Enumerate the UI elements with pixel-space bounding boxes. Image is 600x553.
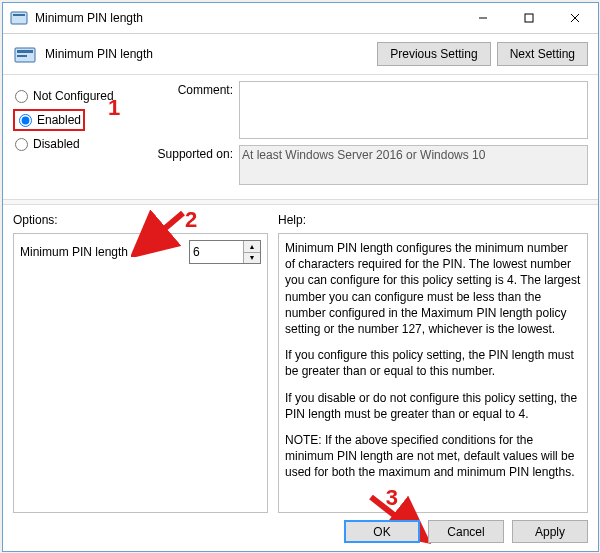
spinner-up-button[interactable]: ▲: [244, 241, 260, 253]
minimize-button[interactable]: [460, 3, 506, 33]
app-icon: [9, 8, 29, 28]
options-panel: Minimum PIN length ▲ ▼: [13, 233, 268, 513]
annotation-number-2: 2: [185, 207, 197, 233]
comment-textarea[interactable]: [239, 81, 588, 139]
min-pin-length-spinner[interactable]: ▲ ▼: [189, 240, 261, 264]
spinner-down-button[interactable]: ▼: [244, 253, 260, 264]
svg-rect-7: [17, 50, 33, 53]
supported-on-text: [239, 145, 588, 185]
options-label: Options:: [13, 213, 268, 227]
dialog-window: Minimum PIN length Minimum PIN length Pr…: [2, 2, 599, 552]
help-paragraph-2: If you configure this policy setting, th…: [285, 347, 581, 379]
titlebar[interactable]: Minimum PIN length: [3, 3, 598, 34]
comment-label: Comment:: [143, 81, 239, 97]
header-row: Minimum PIN length Previous Setting Next…: [3, 34, 598, 75]
cancel-button[interactable]: Cancel: [428, 520, 504, 543]
policy-title: Minimum PIN length: [45, 47, 371, 61]
help-panel[interactable]: Minimum PIN length configures the minimu…: [278, 233, 588, 513]
annotation-number-3: 3: [386, 485, 398, 511]
annotation-highlight-1: Enabled: [13, 109, 85, 131]
min-pin-length-label: Minimum PIN length: [20, 245, 189, 259]
next-setting-button[interactable]: Next Setting: [497, 42, 588, 66]
splitter[interactable]: [3, 199, 598, 205]
close-button[interactable]: [552, 3, 598, 33]
policy-icon: [13, 42, 37, 66]
ok-button[interactable]: OK: [344, 520, 420, 543]
radio-disabled-label: Disabled: [33, 137, 80, 151]
radio-enabled[interactable]: [19, 114, 32, 127]
content-area: Not Configured Enabled Disabled Comment:: [3, 75, 598, 523]
svg-rect-3: [525, 14, 533, 22]
radio-disabled[interactable]: [15, 138, 28, 151]
help-paragraph-1: Minimum PIN length configures the minimu…: [285, 240, 581, 337]
radio-not-configured[interactable]: [15, 90, 28, 103]
previous-setting-button[interactable]: Previous Setting: [377, 42, 490, 66]
apply-button[interactable]: Apply: [512, 520, 588, 543]
annotation-number-1: 1: [108, 95, 120, 121]
svg-rect-8: [17, 55, 27, 57]
help-label: Help:: [278, 213, 588, 227]
radio-not-configured-label: Not Configured: [33, 89, 114, 103]
radio-enabled-label: Enabled: [37, 113, 81, 127]
svg-rect-1: [13, 14, 25, 16]
min-pin-length-input[interactable]: [190, 241, 243, 263]
svg-rect-0: [11, 12, 27, 24]
maximize-button[interactable]: [506, 3, 552, 33]
help-paragraph-4: NOTE: If the above specified conditions …: [285, 432, 581, 481]
supported-on-label: Supported on:: [143, 145, 239, 161]
window-title: Minimum PIN length: [29, 11, 460, 25]
footer-buttons: OK Cancel Apply: [336, 520, 588, 543]
help-paragraph-3: If you disable or do not configure this …: [285, 390, 581, 422]
state-radio-group: Not Configured Enabled Disabled: [13, 81, 143, 191]
